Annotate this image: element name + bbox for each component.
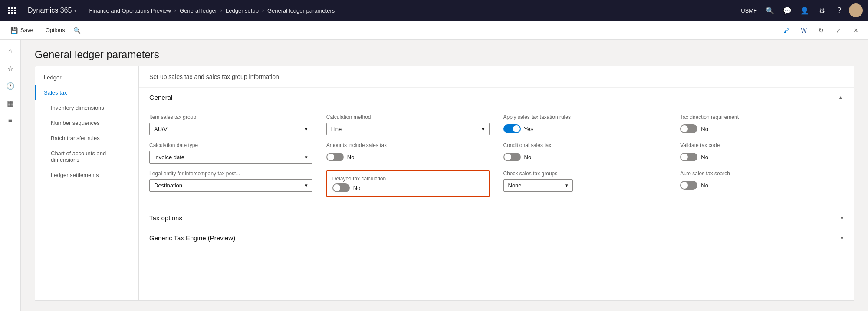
calc-method-chevron-icon: ▾ bbox=[482, 126, 485, 132]
brand-name: Dynamics 365 bbox=[28, 7, 72, 14]
generic-tax-engine-chevron-down-icon: ▾ bbox=[841, 235, 843, 241]
nav-item-batch-transfer-rules[interactable]: Batch transfer rules bbox=[35, 131, 138, 146]
open-new-icon[interactable]: ⤢ bbox=[832, 23, 845, 37]
tax-options-title: Tax options bbox=[149, 214, 182, 222]
legal-entity-chevron-icon: ▾ bbox=[305, 182, 308, 189]
nav-brand[interactable]: Dynamics 365 ▾ bbox=[23, 0, 82, 21]
toolbar-search-icon[interactable]: 🔍 bbox=[73, 27, 81, 34]
general-section-header[interactable]: General ▲ bbox=[139, 88, 854, 107]
save-button[interactable]: 💾 Save bbox=[5, 24, 39, 36]
calculation-method-label: Calculation method bbox=[326, 114, 490, 120]
generic-tax-engine-header[interactable]: Generic Tax Engine (Preview) ▾ bbox=[139, 228, 854, 248]
main-container: ⌂ ☆ 🕐 ▦ ≡ General ledger parameters Ledg… bbox=[0, 40, 868, 311]
calc-date-chevron-icon: ▾ bbox=[305, 154, 308, 160]
general-section-title: General bbox=[149, 94, 172, 101]
apply-sales-tax-toggle-group: Yes bbox=[503, 124, 667, 133]
word-icon[interactable]: W bbox=[797, 23, 811, 37]
options-button[interactable]: Options bbox=[40, 24, 70, 36]
item-sales-tax-group-label: Item sales tax group bbox=[149, 114, 312, 120]
nav-item-ledger[interactable]: Ledger bbox=[35, 70, 138, 85]
check-sales-tax-groups-label: Check sales tax groups bbox=[503, 170, 667, 177]
breadcrumb-sep-3: › bbox=[262, 7, 264, 13]
auto-sales-tax-toggle[interactable] bbox=[680, 181, 697, 190]
select-chevron-icon: ▾ bbox=[305, 126, 308, 132]
calculation-method-select[interactable]: Line ▾ bbox=[326, 123, 490, 135]
settings-icon[interactable]: ⚙ bbox=[814, 3, 830, 18]
auto-sales-tax-search-field: Auto sales tax search No bbox=[680, 170, 843, 197]
amounts-include-label: Amounts include sales tax bbox=[326, 142, 490, 148]
help-icon[interactable]: ? bbox=[832, 3, 847, 18]
avatar[interactable] bbox=[849, 3, 863, 17]
form-row-3: Legal entity for intercompany tax post..… bbox=[139, 164, 854, 208]
tax-direction-toggle[interactable] bbox=[680, 124, 697, 133]
nav-item-chart-of-accounts[interactable]: Chart of accounts and dimensions bbox=[35, 146, 138, 167]
svg-rect-6 bbox=[8, 12, 10, 14]
validate-tax-code-toggle-group: No bbox=[680, 153, 843, 161]
amounts-include-toggle[interactable] bbox=[326, 153, 344, 161]
side-star-icon[interactable]: ☆ bbox=[3, 61, 18, 76]
breadcrumb: Finance and Operations Preview › General… bbox=[82, 7, 741, 14]
search-nav-icon[interactable]: 🔍 bbox=[762, 3, 778, 18]
page-header: General ledger parameters bbox=[21, 40, 868, 66]
tax-direction-toggle-group: No bbox=[680, 124, 843, 133]
nav-item-inventory-dimensions[interactable]: Inventory dimensions bbox=[35, 100, 138, 115]
delayed-tax-calculation-field: Delayed tax calculation No bbox=[326, 170, 490, 197]
legal-entity-intercompany-field: Legal entity for intercompany tax post..… bbox=[149, 170, 312, 197]
svg-point-10 bbox=[851, 12, 861, 17]
amounts-include-sales-tax-field: Amounts include sales tax No bbox=[326, 142, 490, 164]
conditional-sales-tax-toggle-group: No bbox=[503, 153, 667, 161]
svg-rect-2 bbox=[14, 7, 16, 9]
calculation-date-type-label: Calculation date type bbox=[149, 142, 312, 148]
side-grid-icon[interactable]: ▦ bbox=[3, 95, 18, 111]
svg-rect-8 bbox=[14, 12, 16, 14]
calculation-date-type-select[interactable]: Invoice date ▾ bbox=[149, 151, 312, 164]
breadcrumb-item-2[interactable]: Ledger setup bbox=[226, 7, 259, 14]
auto-sales-tax-toggle-group: No bbox=[680, 181, 843, 190]
close-icon[interactable]: ✕ bbox=[849, 23, 863, 37]
conditional-sales-tax-label: Conditional sales tax bbox=[503, 142, 667, 148]
form-row-1: Item sales tax group AU/VI ▾ Calculation… bbox=[139, 107, 854, 135]
svg-point-9 bbox=[853, 6, 858, 11]
delayed-tax-value: No bbox=[353, 185, 361, 191]
generic-tax-engine-section: Generic Tax Engine (Preview) ▾ bbox=[139, 228, 854, 248]
message-icon[interactable]: 💬 bbox=[779, 3, 795, 18]
check-sales-tax-groups-select[interactable]: None ▾ bbox=[503, 179, 573, 192]
grid-menu-icon[interactable] bbox=[5, 3, 19, 17]
legal-entity-select[interactable]: Destination ▾ bbox=[149, 179, 312, 192]
tax-options-section: Tax options ▾ bbox=[139, 208, 854, 228]
svg-rect-7 bbox=[11, 12, 13, 14]
person-icon[interactable]: 👤 bbox=[797, 3, 812, 18]
conditional-sales-tax-field: Conditional sales tax No bbox=[503, 142, 667, 164]
page-title: General ledger parameters bbox=[35, 49, 854, 61]
item-sales-tax-group-select[interactable]: AU/VI ▾ bbox=[149, 123, 312, 135]
svg-rect-0 bbox=[8, 7, 10, 9]
svg-rect-1 bbox=[11, 7, 13, 9]
breadcrumb-sep-1: › bbox=[174, 7, 176, 13]
right-panel: Set up sales tax and sales tax group inf… bbox=[138, 66, 854, 301]
tax-options-header[interactable]: Tax options ▾ bbox=[139, 208, 854, 228]
delayed-tax-toggle[interactable] bbox=[332, 183, 350, 192]
section-description: Set up sales tax and sales tax group inf… bbox=[139, 66, 854, 88]
apply-sales-tax-toggle[interactable] bbox=[503, 124, 521, 133]
validate-tax-code-label: Validate tax code bbox=[680, 142, 843, 148]
top-navigation: Dynamics 365 ▾ Finance and Operations Pr… bbox=[0, 0, 868, 21]
side-clock-icon[interactable]: 🕐 bbox=[3, 78, 18, 94]
paintbrush-icon[interactable]: 🖌 bbox=[779, 23, 793, 37]
refresh-icon[interactable]: ↻ bbox=[814, 23, 828, 37]
nav-item-number-sequences[interactable]: Number sequences bbox=[35, 115, 138, 131]
tax-direction-value: No bbox=[701, 126, 708, 132]
nav-item-sales-tax[interactable]: Sales tax bbox=[35, 85, 138, 100]
options-label: Options bbox=[46, 27, 65, 33]
check-sales-tax-groups-field: Check sales tax groups None ▾ bbox=[503, 170, 667, 197]
breadcrumb-item-1[interactable]: General ledger bbox=[180, 7, 217, 14]
tax-direction-label: Tax direction requirement bbox=[680, 114, 843, 120]
generic-tax-engine-title: Generic Tax Engine (Preview) bbox=[149, 234, 235, 242]
apply-sales-tax-label: Apply sales tax taxation rules bbox=[503, 114, 667, 120]
validate-tax-code-toggle[interactable] bbox=[680, 153, 697, 161]
save-icon: 💾 bbox=[10, 27, 18, 34]
nav-item-ledger-settlements[interactable]: Ledger settlements bbox=[35, 167, 138, 183]
side-home-icon[interactable]: ⌂ bbox=[3, 43, 18, 59]
legal-entity-label: Legal entity for intercompany tax post..… bbox=[149, 170, 312, 177]
side-list-icon[interactable]: ≡ bbox=[3, 113, 18, 128]
conditional-sales-tax-toggle[interactable] bbox=[503, 153, 521, 161]
